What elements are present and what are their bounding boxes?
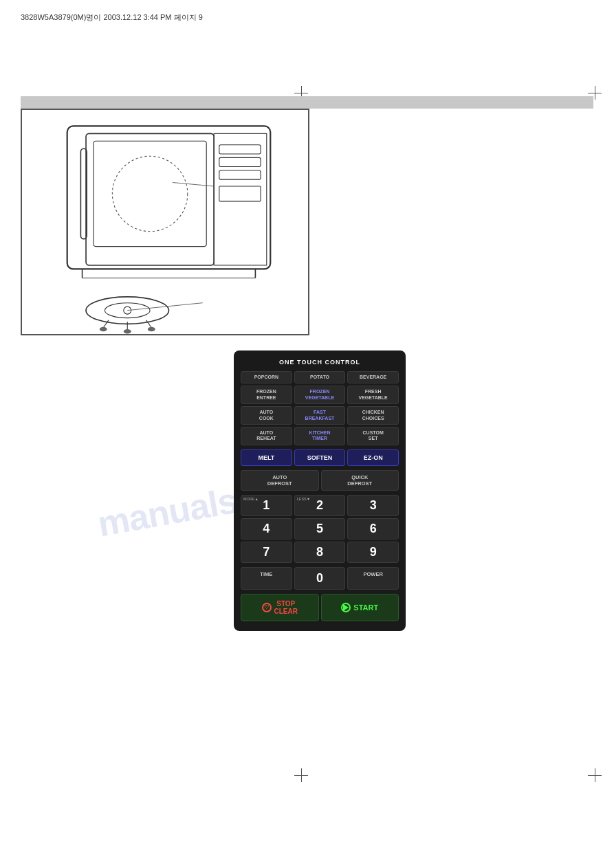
btn-time[interactable]: TIME — [241, 567, 292, 590]
num2-less-label: LESS▼ — [297, 497, 311, 501]
time-power-row: TIME 0 POWER — [241, 567, 399, 590]
control-panel: ONE TOUCH CONTROL POPCORN POTATO BEVERAG… — [234, 350, 406, 631]
svg-rect-6 — [219, 157, 261, 166]
svg-rect-7 — [219, 170, 261, 179]
btn-potato[interactable]: POTATO — [294, 371, 346, 383]
top-gray-bar — [21, 96, 593, 109]
start-icon — [341, 603, 351, 612]
stop-label: STOPCLEAR — [274, 600, 298, 615]
btn-zero[interactable]: 0 — [294, 567, 346, 590]
btn-kitchen-timer[interactable]: KITCHENTIMER — [294, 427, 346, 445]
crosshair-bottom-left — [294, 768, 308, 782]
one-touch-grid: POPCORN POTATO BEVERAGE FROZENENTREE FRO… — [241, 371, 399, 445]
stop-start-row: ♡ STOPCLEAR START — [241, 594, 399, 621]
svg-rect-1 — [86, 133, 214, 265]
svg-rect-5 — [219, 145, 261, 154]
btn-fast-breakfast[interactable]: FASTBREAKFAST — [294, 406, 346, 425]
num1-more-label: MORE▲ — [243, 497, 259, 501]
svg-point-3 — [112, 156, 187, 231]
svg-point-21 — [148, 327, 155, 332]
btn-7[interactable]: 7 — [241, 542, 292, 563]
btn-chicken-choices[interactable]: CHICKENCHOICES — [347, 406, 399, 425]
svg-rect-0 — [67, 126, 271, 269]
btn-power[interactable]: POWER — [347, 567, 399, 590]
btn-4[interactable]: 4 — [241, 518, 292, 539]
btn-1[interactable]: MORE▲ 1 — [241, 495, 292, 516]
btn-auto-reheat[interactable]: AUTOREHEAT — [241, 427, 292, 445]
start-label: START — [353, 603, 378, 612]
btn-custom-set[interactable]: CUSTOMSET — [347, 427, 399, 445]
btn-ez-on[interactable]: EZ-ON — [347, 449, 399, 466]
btn-6[interactable]: 6 — [347, 518, 399, 539]
btn-beverage[interactable]: BEVERAGE — [347, 371, 399, 383]
stop-icon: ♡ — [262, 603, 272, 612]
btn-2[interactable]: LESS▼ 2 — [294, 495, 346, 516]
btn-popcorn[interactable]: POPCORN — [241, 371, 292, 383]
diagram-box — [21, 109, 309, 335]
btn-9[interactable]: 9 — [347, 542, 399, 563]
btn-auto-defrost[interactable]: AUTODEFROST — [241, 470, 319, 491]
microwave-diagram — [22, 110, 308, 334]
svg-rect-2 — [94, 141, 206, 246]
btn-3[interactable]: 3 — [347, 495, 399, 516]
btn-quick-defrost[interactable]: QUICKDEFROST — [321, 470, 399, 491]
header-bar: 3828W5A3879(0M)명이 2003.12.12 3:44 PM 페이지… — [21, 12, 593, 23]
panel-title: ONE TOUCH CONTROL — [241, 359, 399, 366]
page: 3828W5A3879(0M)명이 2003.12.12 3:44 PM 페이지… — [0, 0, 614, 868]
btn-8[interactable]: 8 — [294, 542, 346, 563]
btn-5[interactable]: 5 — [294, 518, 346, 539]
svg-rect-8 — [219, 186, 261, 201]
svg-point-20 — [124, 329, 131, 334]
btn-stop-clear[interactable]: ♡ STOPCLEAR — [241, 594, 319, 621]
special-row: MELT SOFTEN EZ-ON — [241, 449, 399, 466]
svg-rect-4 — [214, 133, 267, 265]
btn-start[interactable]: START — [321, 594, 399, 621]
btn-melt[interactable]: MELT — [241, 449, 292, 466]
svg-point-19 — [100, 327, 107, 332]
svg-line-22 — [173, 183, 214, 186]
svg-marker-24 — [343, 604, 349, 611]
btn-soften[interactable]: SOFTEN — [294, 449, 346, 466]
header-text: 3828W5A3879(0M)명이 2003.12.12 3:44 PM 페이지… — [21, 12, 203, 23]
btn-auto-cook[interactable]: AUTOCOOK — [241, 406, 292, 425]
btn-frozen-entree[interactable]: FROZENENTREE — [241, 386, 292, 404]
crosshair-bottom-right — [588, 768, 602, 782]
numpad-grid: MORE▲ 1 LESS▼ 2 3 4 5 6 7 8 9 — [241, 495, 399, 563]
btn-frozen-vegetable[interactable]: FROZENVEGETABLE — [294, 386, 346, 404]
btn-fresh-vegetable[interactable]: FRESHVEGETABLE — [347, 386, 399, 404]
defrost-row: AUTODEFROST QUICKDEFROST — [241, 470, 399, 491]
